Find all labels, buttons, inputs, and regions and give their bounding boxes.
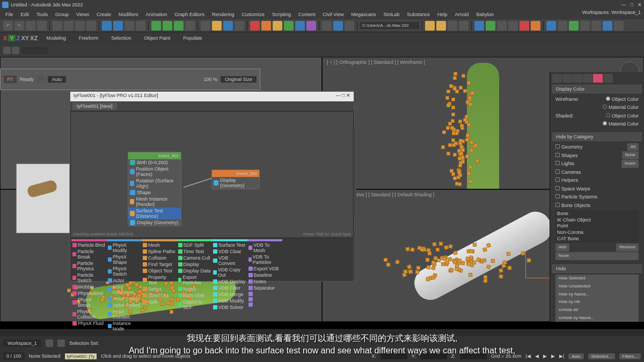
tool-icon[interactable]: [425, 21, 435, 31]
tool-icon[interactable]: [569, 21, 579, 31]
menu-civil[interactable]: Civil View: [320, 11, 347, 18]
menu-tools[interactable]: Tools: [33, 11, 51, 18]
tool-icon[interactable]: [580, 21, 590, 31]
menu-views[interactable]: Views: [73, 11, 92, 18]
hide-selected-button[interactable]: Hide Selected: [555, 275, 639, 283]
palette-op[interactable]: VDB Filter: [212, 285, 247, 291]
minimize-icon[interactable]: —: [336, 93, 341, 98]
tool-icon[interactable]: [136, 21, 145, 31]
add-button[interactable]: Add: [555, 243, 569, 252]
tool-icon[interactable]: [546, 21, 556, 31]
palette-op[interactable]: VDB Merge: [212, 291, 247, 298]
palette-op[interactable]: Display Data: [177, 268, 213, 274]
percent-snap-icon[interactable]: [174, 21, 184, 31]
rotate-icon[interactable]: [75, 21, 85, 31]
palette-op[interactable]: Camera Cull: [177, 255, 213, 261]
radio[interactable]: [606, 97, 610, 101]
move-icon[interactable]: [64, 21, 74, 31]
tool-icon[interactable]: [531, 21, 540, 31]
path-field[interactable]: C:\Users\A...ds Max 202: [360, 22, 419, 29]
utilities-tab-icon[interactable]: [603, 74, 613, 83]
checkbox[interactable]: [555, 161, 560, 165]
menu-arnold[interactable]: Arnold: [452, 11, 472, 18]
invert-button[interactable]: Invert: [621, 160, 639, 168]
axis-z[interactable]: Z: [17, 35, 20, 41]
angle-snap-icon[interactable]: [163, 21, 172, 31]
redo-icon[interactable]: ↷: [14, 21, 24, 31]
tool-icon[interactable]: [603, 21, 612, 31]
event-node-2[interactable]: Event_002 Display (Geometry): [211, 169, 260, 189]
palette-op[interactable]: VDB Convert: [212, 255, 247, 267]
tool-icon[interactable]: [201, 21, 210, 31]
tool-icon[interactable]: [212, 21, 222, 31]
all-button[interactable]: All: [627, 143, 639, 151]
palette-op[interactable]: Property Test: [142, 274, 177, 286]
palette-op[interactable]: Object Test: [142, 268, 177, 274]
checkbox[interactable]: [555, 203, 560, 207]
palette-op[interactable]: SDF Split: [177, 242, 213, 248]
material-editor-icon[interactable]: [345, 21, 354, 31]
palette-op[interactable]: Particle Switch: [71, 272, 107, 284]
maximize-icon[interactable]: □: [631, 2, 633, 8]
create-tab-icon[interactable]: [552, 74, 562, 83]
palette-op[interactable]: [247, 302, 283, 307]
tool-icon[interactable]: [125, 21, 134, 31]
palette-op[interactable]: VDB Display: [212, 278, 247, 285]
palette-op[interactable]: Collision: [142, 255, 177, 261]
tool-icon[interactable]: [614, 21, 624, 31]
size-dropdown[interactable]: Original Size: [221, 76, 257, 83]
menu-substance[interactable]: Substance: [404, 11, 434, 18]
event-node-1[interactable]: Event_001 Birth (0-0,200) Position Objec…: [128, 152, 181, 226]
tool-icon[interactable]: [223, 21, 233, 31]
palette-op[interactable]: Object to SDF: [177, 299, 213, 311]
close-icon[interactable]: ✕: [638, 2, 642, 8]
workspace-selector[interactable]: Workspaces: Workspace_1: [582, 10, 641, 15]
palette-op[interactable]: Export VDB: [247, 265, 283, 272]
tool-icon[interactable]: [306, 21, 316, 31]
menu-content[interactable]: Content: [295, 11, 319, 18]
palette-op[interactable]: VDB Copy Out: [212, 267, 247, 278]
palette-op[interactable]: Actor Animation: [107, 284, 142, 295]
tab-selection[interactable]: Selection: [107, 34, 135, 42]
checkbox[interactable]: [555, 194, 560, 198]
palette-op[interactable]: Split: [142, 299, 177, 305]
auto-dropdown[interactable]: Auto: [48, 76, 67, 83]
palette-op[interactable]: PhysX Collision: [71, 308, 107, 320]
tab-populate[interactable]: Populate: [179, 34, 207, 42]
menu-animation[interactable]: Animation: [142, 11, 170, 18]
tab-freeform[interactable]: Freeform: [75, 34, 103, 42]
hierarchy-tab-icon[interactable]: [573, 74, 582, 83]
palette-op[interactable]: Instance Node: [107, 320, 142, 332]
axis-x[interactable]: X: [3, 35, 7, 41]
palette-op[interactable]: [247, 297, 283, 302]
palette-op[interactable]: Notes: [247, 278, 283, 285]
unhide-all-button[interactable]: Unhide All: [555, 306, 639, 314]
palette-op[interactable]: PhysX Shape: [107, 254, 142, 265]
undo-icon[interactable]: ↶: [3, 21, 13, 31]
palette-op[interactable]: VDB Clear: [212, 248, 247, 255]
menu-group[interactable]: Group: [52, 11, 72, 18]
tool-icon[interactable]: [436, 21, 446, 31]
radio[interactable]: [603, 121, 607, 125]
palette-op[interactable]: Notes: [177, 286, 213, 292]
rollout-display-color[interactable]: Display Color: [552, 85, 642, 93]
menu-rendering[interactable]: Rendering: [209, 11, 238, 18]
palette-op[interactable]: Send Out: [142, 292, 177, 299]
tool-icon[interactable]: [3, 47, 11, 54]
menu-file[interactable]: File: [2, 11, 17, 18]
menu-edit[interactable]: Edit: [18, 11, 33, 18]
tool-icon[interactable]: [448, 21, 457, 31]
modify-tab-icon[interactable]: [562, 74, 572, 83]
tool-icon[interactable]: [185, 21, 195, 31]
none-button[interactable]: None: [555, 252, 639, 260]
none-button[interactable]: None: [622, 151, 639, 159]
scale-field[interactable]: 100 %: [203, 77, 217, 82]
tool-icon[interactable]: [333, 21, 343, 31]
checkbox[interactable]: [555, 153, 560, 157]
palette-op[interactable]: Particle Physics: [71, 260, 107, 272]
menu-megascans[interactable]: Megascans: [348, 11, 379, 18]
menu-babylon[interactable]: Babylon: [473, 11, 497, 18]
palette-op[interactable]: Time Test: [177, 248, 213, 255]
palette-op[interactable]: VDB To Mesh: [247, 242, 283, 254]
axis-xy[interactable]: XY: [21, 35, 29, 41]
